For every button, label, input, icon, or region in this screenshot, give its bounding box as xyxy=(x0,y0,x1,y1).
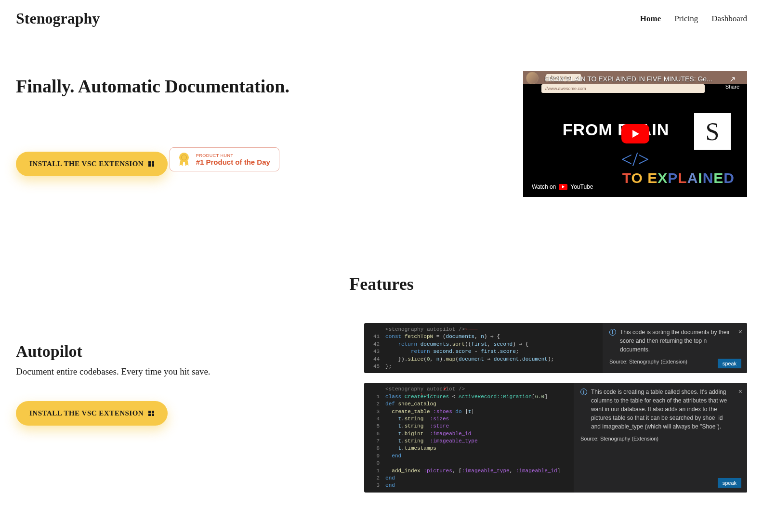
code-editor-1: <stenography autopilot />←—— 41const fet… xyxy=(364,323,603,373)
video-url-bar: //www.awesome.com xyxy=(541,84,705,93)
nav-pricing[interactable]: Pricing xyxy=(674,14,698,24)
close-icon[interactable]: × xyxy=(738,388,742,395)
arrow-icon: ←—— xyxy=(421,389,433,399)
install-extension-button[interactable]: INSTALL THE VSC EXTENSION xyxy=(16,152,168,176)
autopilot-feature: Autopilot Document entire codebases. Eve… xyxy=(16,313,747,493)
code-example-1: <stenography autopilot />←—— 41const fet… xyxy=(364,323,747,373)
feature-text: Autopilot Document entire codebases. Eve… xyxy=(16,323,345,426)
nav-home[interactable]: Home xyxy=(640,14,661,24)
extension-grid-icon xyxy=(148,161,154,167)
code-editor-2: <stenography autopilot />↙ 1class Create… xyxy=(364,383,574,492)
product-hunt-badge[interactable]: PRODUCT HUNT #1 Product of the Day xyxy=(170,147,279,171)
code-example-2: <stenography autopilot />↙ 1class Create… xyxy=(364,383,747,492)
explanation-source: Source: Stenography (Extension) xyxy=(580,436,740,441)
explanation-text: This code is creating a table called sho… xyxy=(591,388,734,431)
extension-grid-icon xyxy=(148,411,154,416)
info-icon: i xyxy=(580,389,587,395)
explanation-text: This code is sorting the documents by th… xyxy=(620,328,734,354)
speak-button[interactable]: speak xyxy=(718,478,741,488)
install-extension-button-feature[interactable]: INSTALL THE VSC EXTENSION xyxy=(16,401,168,426)
feature-description: Document entire codebases. Every time yo… xyxy=(16,366,345,377)
video-channel-avatar xyxy=(526,72,539,84)
explanation-panel-1: i This code is sorting the documents by … xyxy=(603,323,747,373)
video-title: FROM PLAIN TO EXPLAINED IN FIVE MINUTES:… xyxy=(544,75,716,83)
code-bracket-icon xyxy=(621,148,649,171)
watch-on-label: Watch on xyxy=(532,183,556,190)
video-headline-bottom: TO EXPLAINED xyxy=(622,170,735,186)
youtube-icon xyxy=(559,184,567,190)
play-button[interactable] xyxy=(621,124,649,143)
arrow-icon: ←—— xyxy=(465,324,477,334)
install-button-label: INSTALL THE VSC EXTENSION xyxy=(29,160,144,168)
speak-button[interactable]: speak xyxy=(718,359,741,368)
product-hunt-label: PRODUCT HUNT xyxy=(196,153,270,158)
feature-title: Autopilot xyxy=(16,342,345,361)
video-player[interactable]: Awesome × //www.awesome.com FROM PLAIN T… xyxy=(523,71,747,197)
medal-icon xyxy=(179,153,189,166)
feature-screenshots: <stenography autopilot />←—— 41const fet… xyxy=(364,323,747,493)
video-headline-top: FROM PLAIN xyxy=(563,120,670,139)
hero-content: Finally. Automatic Documentation. INSTAL… xyxy=(16,71,504,176)
stenography-logo-icon: S xyxy=(694,113,731,150)
brand-logo[interactable]: Stenography xyxy=(16,10,100,27)
product-hunt-text: PRODUCT HUNT #1 Product of the Day xyxy=(196,153,270,166)
info-icon: i xyxy=(609,329,616,336)
video-share-button[interactable]: ↗ Share xyxy=(725,75,739,90)
arrow-icon: ↙ xyxy=(443,384,447,393)
play-icon xyxy=(632,130,639,138)
main-nav: Home Pricing Dashboard xyxy=(640,14,747,24)
explanation-panel-2: i This code is creating a table called s… xyxy=(574,383,747,492)
features-heading: Features xyxy=(16,274,747,294)
nav-dashboard[interactable]: Dashboard xyxy=(711,14,747,24)
hero-title: Finally. Automatic Documentation. xyxy=(16,76,504,97)
hero-section: Finally. Automatic Documentation. INSTAL… xyxy=(16,47,747,245)
watch-on-youtube-button[interactable]: Watch on YouTube xyxy=(527,181,598,193)
close-icon[interactable]: × xyxy=(738,328,742,336)
share-icon: ↗ xyxy=(725,75,739,84)
hero-video: Awesome × //www.awesome.com FROM PLAIN T… xyxy=(523,71,747,197)
product-hunt-title: #1 Product of the Day xyxy=(196,158,270,166)
install-button-label: INSTALL THE VSC EXTENSION xyxy=(29,409,144,417)
youtube-label: YouTube xyxy=(570,183,593,190)
